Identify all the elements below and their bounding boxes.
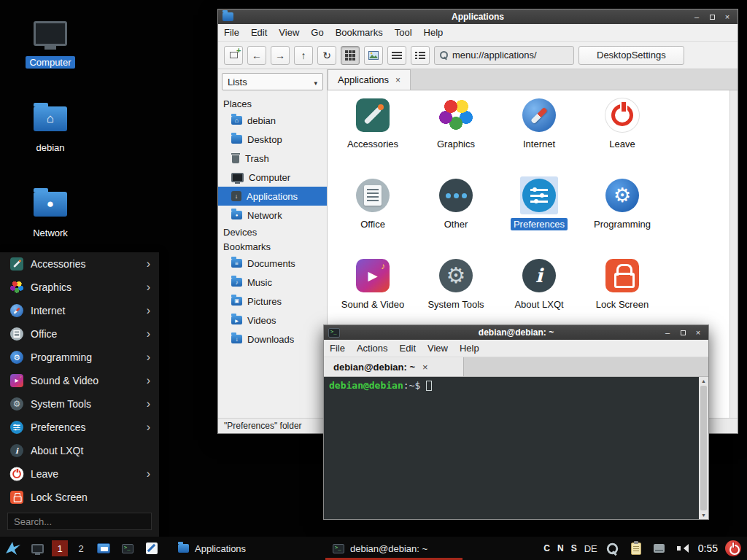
tab-close-icon[interactable] — [395, 75, 400, 85]
tab-applications[interactable]: Applications — [328, 69, 411, 90]
tab-terminal-session[interactable]: debian@debian: ~ — [324, 357, 464, 376]
start-menu-item-programming[interactable]: Programming — [0, 346, 159, 369]
desktop-icon-computer[interactable]: Computer — [10, 18, 90, 69]
path-bar[interactable]: menu://applications/ — [434, 46, 574, 65]
menu-actions[interactable]: Actions — [351, 343, 394, 354]
maximize-button[interactable] — [706, 12, 718, 22]
task-terminal[interactable]: debian@debian: ~ — [325, 537, 462, 560]
menu-help[interactable]: Help — [418, 27, 449, 38]
devices-header[interactable]: Devices — [218, 225, 327, 239]
file-manager-titlebar[interactable]: Applications — [218, 9, 738, 24]
app-programming[interactable]: Programming — [581, 172, 664, 252]
tab-close-icon[interactable] — [422, 362, 428, 373]
desktop-settings-button[interactable]: DesktopSettings — [578, 46, 684, 65]
app-preferences[interactable]: Preferences — [498, 172, 581, 252]
places-header[interactable]: Places — [218, 96, 327, 111]
refresh-button[interactable] — [317, 46, 336, 65]
start-menu-item-accessories[interactable]: Accessories — [0, 252, 159, 276]
start-menu-item-preferences[interactable]: Preferences — [0, 416, 159, 439]
icon-view-button[interactable] — [341, 46, 360, 65]
start-menu-item-office[interactable]: Office — [0, 322, 159, 346]
start-menu-item-lock-screen[interactable]: Lock Screen — [0, 486, 159, 509]
app-other[interactable]: Other — [414, 172, 498, 252]
forward-button[interactable] — [271, 46, 290, 65]
sidebar-item-computer[interactable]: Computer — [218, 168, 327, 187]
close-button[interactable] — [721, 12, 733, 22]
thumbnail-view-button[interactable] — [364, 46, 383, 65]
start-menu-item-system-tools[interactable]: System Tools — [0, 392, 159, 416]
start-menu-search-input[interactable] — [7, 513, 152, 530]
quicklaunch-editor[interactable] — [142, 539, 161, 558]
terminal-scrollbar[interactable] — [699, 377, 708, 519]
scroll-lock-indicator[interactable]: S — [571, 543, 577, 553]
app-system-tools[interactable]: System Tools — [414, 252, 498, 332]
start-menu-item-about-lxqt[interactable]: About LXQt — [0, 439, 159, 462]
detailed-view-button[interactable] — [411, 46, 430, 65]
volume-tray-icon[interactable] — [675, 540, 691, 557]
desktop-icon-network[interactable]: Network — [10, 188, 90, 239]
scrollbar-thumb[interactable] — [700, 386, 707, 510]
keyboard-layout-indicator[interactable]: DE — [584, 543, 597, 554]
app-leave[interactable]: Leave — [581, 92, 664, 172]
sidebar-item-applications[interactable]: Applications — [218, 187, 327, 206]
terminal-titlebar[interactable]: debian@debian: ~ — [324, 325, 708, 340]
menu-tool[interactable]: Tool — [389, 27, 418, 38]
start-menu-item-graphics[interactable]: Graphics — [0, 276, 159, 299]
sidebar-item-trash[interactable]: Trash — [218, 149, 327, 168]
up-button[interactable] — [294, 46, 313, 65]
menu-view[interactable]: View — [273, 27, 305, 38]
start-menu-item-leave[interactable]: Leave — [0, 462, 159, 486]
app-internet[interactable]: Internet — [498, 92, 581, 172]
sidebar-item-documents[interactable]: Documents — [218, 254, 327, 273]
sidebar-item-music[interactable]: Music — [218, 273, 327, 292]
shutdown-button[interactable] — [725, 540, 741, 557]
start-menu-button[interactable] — [4, 539, 23, 558]
terminal-output[interactable]: debian@debian:~$ — [324, 377, 699, 519]
removable-media-tray-icon[interactable] — [651, 540, 667, 557]
sidebar-item-debian[interactable]: debian — [218, 111, 327, 130]
menu-help[interactable]: Help — [454, 343, 485, 354]
bookmarks-header[interactable]: Bookmarks — [218, 239, 327, 254]
show-desktop-button[interactable] — [28, 539, 47, 558]
app-lock-screen[interactable]: Lock Screen — [581, 252, 664, 332]
sidebar-mode-select[interactable]: Lists — [222, 73, 323, 90]
sidebar-item-network[interactable]: Network — [218, 206, 327, 225]
app-office[interactable]: Office — [331, 172, 414, 252]
close-button[interactable] — [692, 327, 704, 338]
vertical-scrollbar[interactable] — [729, 90, 738, 418]
sidebar-item-desktop[interactable]: Desktop — [218, 130, 327, 149]
app-graphics[interactable]: Graphics — [414, 92, 498, 172]
sidebar-item-downloads[interactable]: Downloads — [218, 330, 327, 349]
back-button[interactable] — [247, 46, 266, 65]
task-applications[interactable]: Applications — [171, 537, 320, 560]
app-sound-video[interactable]: Sound & Video — [331, 252, 414, 332]
minimize-button[interactable] — [662, 327, 673, 338]
new-tab-button[interactable] — [224, 46, 243, 65]
num-lock-indicator[interactable]: N — [557, 543, 564, 553]
workspace-2-button[interactable]: 2 — [73, 540, 89, 556]
clock[interactable]: 0:55 — [698, 542, 718, 554]
minimize-button[interactable] — [691, 12, 703, 22]
workspace-1-button[interactable]: 1 — [52, 540, 68, 556]
terminal-body[interactable]: debian@debian:~$ — [324, 377, 708, 519]
scroll-up-icon[interactable] — [701, 378, 706, 384]
desktop-icon-debian[interactable]: debian — [10, 103, 90, 154]
menu-file[interactable]: File — [218, 27, 245, 38]
sidebar-item-pictures[interactable]: Pictures — [218, 292, 327, 311]
caps-lock-indicator[interactable]: C — [543, 543, 550, 553]
menu-go[interactable]: Go — [305, 27, 329, 38]
maximize-button[interactable] — [677, 327, 689, 338]
start-menu-item-internet[interactable]: Internet — [0, 299, 159, 322]
quicklaunch-terminal[interactable] — [118, 539, 137, 558]
clipboard-tray-icon[interactable] — [628, 540, 644, 557]
menu-edit[interactable]: Edit — [245, 27, 273, 38]
menu-view[interactable]: View — [422, 343, 454, 354]
app-accessories[interactable]: Accessories — [331, 92, 414, 172]
menu-edit[interactable]: Edit — [394, 343, 422, 354]
sidebar-item-videos[interactable]: Videos — [218, 311, 327, 330]
quicklaunch-file-manager[interactable] — [94, 539, 113, 558]
compact-view-button[interactable] — [387, 46, 406, 65]
menu-bookmarks[interactable]: Bookmarks — [330, 27, 389, 38]
app-about-lxqt[interactable]: About LXQt — [498, 252, 581, 332]
menu-file[interactable]: File — [324, 343, 351, 354]
